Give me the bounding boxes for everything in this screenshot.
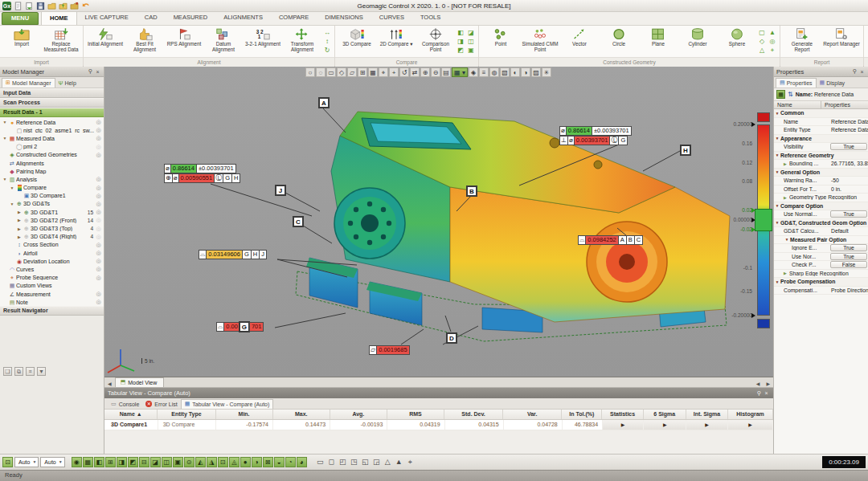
save-icon[interactable] [35, 1, 45, 10]
column-header-rms[interactable]: RMS [387, 410, 444, 419]
tree-item-deviation-location[interactable]: ◉Deviation Location◎ [0, 257, 104, 265]
status-tool-icon-11[interactable]: ⊙ [184, 457, 194, 467]
close-icon[interactable]: × [858, 69, 866, 75]
status-tool-icon-8[interactable]: ◪ [150, 457, 161, 467]
expand-cell-icon[interactable]: ▶ [686, 420, 728, 430]
tree-item-analysis[interactable]: ▼▥Analysis◎ [0, 175, 104, 183]
tree-item-airfoil[interactable]: ◗Airfoil◎ [0, 249, 104, 257]
visibility-eye-icon[interactable]: ◎ [95, 193, 102, 199]
datum-balloon-a[interactable]: A [318, 97, 330, 108]
status-tool-icon-16[interactable]: ● [240, 457, 251, 467]
property-value-visibility[interactable]: True [830, 143, 867, 150]
section-input-data[interactable]: Input Data [0, 88, 104, 98]
tree-item-3d-gd-t4-right[interactable]: ▶⊕3D GD&T4 (Right)4◎ [0, 233, 104, 241]
property-row-gd-t-calcu[interactable]: GD&T Calcu...Default [774, 227, 868, 236]
tree-item-measured-data[interactable]: ▼▦Measured Data◎ [0, 134, 104, 142]
mini-tool-icon[interactable]: ▢ [758, 29, 766, 37]
table-row[interactable]: 3D Compare13D Compare-0.175740.14473-0.0… [104, 420, 773, 430]
report-manager-button[interactable]: Report Manager [823, 26, 860, 56]
mini-tool-icon[interactable]: ◫ [467, 38, 475, 46]
visibility-eye-icon[interactable]: ◎ [95, 217, 102, 223]
datum-balloon-b[interactable]: B [466, 185, 477, 197]
mini-tool-icon[interactable]: ◪ [467, 29, 475, 37]
point-button[interactable]: Point [482, 26, 519, 56]
tab-help[interactable]: Ψ Help [55, 79, 80, 88]
cylinder-button[interactable]: Cylinder [679, 26, 716, 56]
tree-item-pairing-map[interactable]: ◆Pairing Map [0, 167, 104, 175]
viewport-tool-icon-14[interactable]: ▤ [441, 67, 451, 77]
expander-icon[interactable]: ▶ [16, 210, 23, 214]
dia-position-callout[interactable]: ⌀0.86614±0.00393701⊕⌀0.00590551ⓁGH [165, 164, 240, 183]
viewport-view-icon-6[interactable]: ◑ [521, 67, 530, 77]
column-header-histogram[interactable]: Histogram [728, 410, 773, 419]
visibility-eye-icon[interactable]: ◎ [95, 144, 102, 150]
status-tool-icon-14[interactable]: ⊡ [218, 457, 228, 467]
mini-tool-icon[interactable]: ↻ [323, 47, 331, 55]
datum-balloon-h[interactable]: H [680, 145, 691, 156]
viewport-view-icon-5[interactable]: ◐ [510, 67, 520, 77]
mini-tool-icon[interactable]: ↔ [323, 29, 331, 37]
geometry-icon-5[interactable]: ◱ [360, 457, 371, 467]
menu-tab-curves[interactable]: CURVES [371, 11, 412, 25]
lod-select[interactable]: Auto▼ [14, 457, 39, 467]
tree-item-note[interactable]: ▤Note◎ [0, 298, 104, 306]
expand-cell-icon[interactable]: ▶ [603, 420, 644, 430]
tab-display[interactable]: ▦ Display [817, 79, 849, 88]
tree-item-3d-gd-t3-top[interactable]: ▶⊕3D GD&T3 (Top)4◎ [0, 224, 104, 232]
viewport-tool-icon-2[interactable]: ◌ [316, 67, 326, 77]
viewport-tool-icon-8[interactable]: ⌖ [379, 67, 388, 77]
comparison-point-button[interactable]: Comparison Point [417, 26, 454, 56]
property-row-visibility[interactable]: VisibilityTrue [774, 143, 868, 152]
tree-item-compare[interactable]: ▼Compare◎ [0, 184, 104, 192]
best-fit-alignment-button[interactable]: Best Fit Alignment [126, 26, 163, 56]
column-header-max[interactable]: Max. [273, 410, 330, 419]
property-row-warning-ra[interactable]: Warning Ra...-50 [774, 177, 868, 185]
viewport-view-icon-2[interactable]: ≡ [479, 67, 489, 77]
expander-icon[interactable]: ▼ [2, 136, 8, 141]
geometry-icon-4[interactable]: ◳ [349, 457, 359, 467]
property-value-use-normal[interactable]: True [830, 210, 867, 218]
expander-icon[interactable]: ▼ [9, 185, 15, 190]
layers-icon[interactable]: ❏ [3, 367, 12, 376]
visibility-eye-icon[interactable]: ◎ [95, 266, 102, 272]
viewport-tool-icon-11[interactable]: ⇄ [410, 67, 420, 77]
property-row-geometry-type-recognition[interactable]: ▶Geometry Type Recognition [774, 194, 868, 202]
geometry-icon-2[interactable]: ◻ [326, 457, 337, 467]
visibility-eye-icon[interactable]: ◎ [95, 119, 102, 125]
tab-model-manager[interactable]: ⊞ Model Manager [2, 78, 55, 88]
visibility-eye-icon[interactable]: ◎ [95, 135, 102, 141]
tab-properties[interactable]: ▤ Properties [776, 78, 817, 88]
expand-cell-icon[interactable]: ▶ [728, 420, 773, 430]
tree-item-3d-compare1[interactable]: ▣3D Compare1◎ [0, 192, 104, 200]
column-header-entity-type[interactable]: Entity Type [158, 410, 215, 419]
section-scan-process[interactable]: Scan Process [0, 98, 104, 108]
menu-tab-compare[interactable]: COMPARE [271, 11, 317, 25]
expand-cell-icon[interactable]: ▶ [644, 420, 686, 430]
open-doc-icon[interactable] [24, 1, 34, 10]
status-tool-icon-5[interactable]: ◨ [117, 457, 127, 467]
property-group-general-option[interactable]: ▾General Option [774, 169, 868, 177]
column-header-int-sigma[interactable]: Int. Sigma [686, 410, 728, 419]
status-tool-icon-10[interactable]: ▣ [173, 457, 183, 467]
transform-alignment-button[interactable]: Transform Alignment [284, 26, 321, 56]
property-value-check-p[interactable]: False [830, 261, 867, 268]
viewport-tool-icon-1[interactable]: ○ [305, 67, 315, 77]
viewport-tool-icon-3[interactable]: ▭ [326, 67, 336, 77]
expander-icon[interactable]: ▼ [2, 120, 8, 124]
menu-tab-cad[interactable]: CAD [137, 11, 166, 25]
status-tool-icon-2[interactable]: ▦ [83, 457, 93, 467]
visibility-eye-icon[interactable]: ◎ [95, 275, 102, 281]
geometry-icon-1[interactable]: ▭ [315, 457, 326, 467]
mini-tool-icon[interactable]: ▣ [467, 47, 475, 55]
menu-tab-live-capture[interactable]: LIVE CAPTURE [77, 11, 137, 25]
new-doc-icon[interactable] [13, 1, 23, 10]
replace-measured-data-button[interactable]: Replace Measured Data [43, 26, 80, 56]
viewport-view-icon-4[interactable]: ▧ [500, 67, 510, 77]
export-folder-icon[interactable] [58, 1, 68, 10]
rps-alignment-button[interactable]: RPS Alignment [166, 26, 203, 56]
visibility-eye-icon[interactable]: ◎ [95, 242, 102, 248]
datum-balloon-c[interactable]: C [293, 216, 304, 227]
tree-item-3d-gd-t1[interactable]: ▶⊕3D GD&T115◎ [0, 208, 104, 216]
visibility-eye-icon[interactable]: ◎ [95, 291, 102, 297]
menu-tab-alignments[interactable]: ALIGNMENTS [215, 11, 271, 25]
